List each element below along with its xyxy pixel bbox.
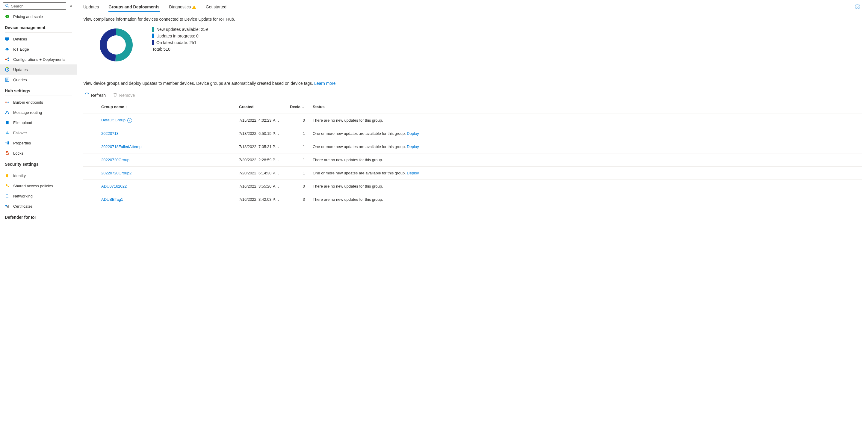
table-row: ADUBBTag17/16/2022, 3:42:03 P…3There are… — [83, 193, 862, 206]
sidebar-item-label: Properties — [13, 141, 31, 145]
table-row: 20220720Group27/20/2022, 6:14:30 P…1One … — [83, 167, 862, 180]
donut-slice — [115, 28, 133, 61]
group-name-link[interactable]: 20220720Group — [101, 157, 129, 162]
sidebar-item-iot-edge[interactable]: IoT Edge — [0, 44, 77, 54]
sidebar-item-label: Configurations + Deployments — [13, 57, 66, 62]
file-upload-icon — [5, 120, 9, 125]
devices-icon — [5, 36, 9, 41]
tab-updates[interactable]: Updates — [83, 2, 99, 12]
info-icon[interactable]: i — [127, 118, 132, 123]
legend-swatch — [152, 34, 154, 38]
cell-devices: 0 — [290, 184, 308, 189]
svg-point-27 — [6, 142, 7, 143]
networking-icon — [5, 194, 9, 198]
svg-point-10 — [8, 60, 9, 61]
group-name-link[interactable]: 20220718FailedAttempt — [101, 144, 143, 149]
sidebar: « $Pricing and scaleDevice managementDev… — [0, 0, 77, 433]
search-input-wrap[interactable] — [3, 2, 66, 9]
compliance-donut-chart — [98, 27, 134, 63]
groups-toolbar: Refresh Remove — [83, 92, 862, 98]
cell-created: 7/20/2022, 6:14:30 P… — [239, 171, 290, 175]
svg-point-9 — [8, 58, 9, 59]
refresh-button[interactable]: Refresh — [85, 92, 106, 98]
sidebar-item-certificates[interactable]: Certificates — [0, 201, 77, 211]
tab-label: Diagnostics — [169, 4, 191, 9]
svg-point-28 — [7, 143, 8, 144]
svg-point-29 — [8, 142, 9, 143]
config-icon — [5, 57, 9, 62]
svg-line-12 — [7, 60, 8, 60]
legend-total-text: Total: 510 — [152, 47, 170, 52]
sidebar-item-label: Message routing — [13, 110, 42, 115]
main-content: UpdatesGroups and DeploymentsDiagnostics… — [77, 0, 868, 433]
donut-slice — [100, 28, 116, 61]
collapse-sidebar-button[interactable]: « — [68, 4, 74, 8]
tab-get-started[interactable]: Get started — [206, 2, 226, 12]
deploy-link[interactable]: Deploy — [407, 171, 419, 175]
sidebar-item-identity[interactable]: Identity — [0, 171, 77, 181]
tab-label: Get started — [206, 4, 226, 9]
group-name-link[interactable]: 20220720Group2 — [101, 171, 131, 175]
sidebar-item-built-in-endpoints[interactable]: Built-in endpoints — [0, 97, 77, 107]
svg-point-20 — [5, 113, 6, 114]
svg-point-34 — [5, 196, 6, 196]
tab-groups-and-deployments[interactable]: Groups and Deployments — [108, 2, 159, 12]
sidebar-item-configurations-deployments[interactable]: Configurations + Deployments — [0, 54, 77, 64]
cell-devices: 3 — [290, 197, 308, 202]
tabs: UpdatesGroups and DeploymentsDiagnostics… — [77, 0, 868, 13]
sidebar-item-failover[interactable]: Failover — [0, 128, 77, 138]
sidebar-item-file-upload[interactable]: File upload — [0, 117, 77, 128]
sidebar-item-label: Built-in endpoints — [13, 100, 43, 105]
sidebar-item-shared-access-policies[interactable]: Shared access policies — [0, 181, 77, 191]
group-name-link[interactable]: ADU07162022 — [101, 184, 127, 189]
sidebar-item-updates[interactable]: Updates — [0, 64, 77, 75]
svg-text:$: $ — [7, 15, 8, 18]
sidebar-item-label: Updates — [13, 67, 28, 72]
learn-more-link[interactable]: Learn more — [314, 81, 336, 86]
compliance-legend: New updates available: 259Updates in pro… — [152, 27, 208, 52]
sidebar-item-properties[interactable]: Properties — [0, 138, 77, 148]
sidebar-item-locks[interactable]: Locks — [0, 148, 77, 158]
col-header-group-name[interactable]: Group name↑ — [101, 105, 239, 109]
col-header-created[interactable]: Created — [239, 105, 290, 109]
sidebar-item-message-routing[interactable]: Message routing — [0, 107, 77, 117]
search-input[interactable] — [11, 4, 64, 8]
svg-rect-32 — [7, 186, 9, 186]
group-name-link[interactable]: 20220718 — [101, 131, 119, 136]
cell-devices: 0 — [290, 118, 308, 122]
sidebar-item-label: File upload — [13, 120, 32, 125]
legend-row: New updates available: 259 — [152, 27, 208, 32]
svg-point-37 — [5, 205, 7, 206]
refresh-label: Refresh — [91, 93, 106, 98]
group-name-link[interactable]: Default Group — [101, 118, 125, 122]
svg-point-23 — [6, 133, 9, 134]
legend-text: New updates available: 259 — [156, 27, 208, 32]
deploy-link[interactable]: Deploy — [407, 131, 419, 136]
sidebar-item-devices[interactable]: Devices — [0, 34, 77, 44]
sidebar-item-label: Pricing and scale — [13, 15, 43, 19]
groups-description: View device groups and deploy updates to… — [83, 81, 862, 86]
sidebar-item-pricing-and-scale[interactable]: $Pricing and scale — [0, 11, 77, 22]
table-row: 20220720Group7/20/2022, 2:28:59 P…1There… — [83, 153, 862, 167]
cell-status: There are no new updates for this group. — [308, 197, 862, 202]
group-name-link[interactable]: ADUBBTag1 — [101, 197, 123, 202]
pricing-icon: $ — [5, 14, 9, 19]
legend-text: Updates in progress: 0 — [156, 34, 198, 38]
shared-access-icon — [5, 183, 9, 188]
tab-diagnostics[interactable]: Diagnostics — [169, 2, 196, 12]
deploy-link[interactable]: Deploy — [407, 144, 419, 149]
sidebar-item-label: Devices — [13, 37, 27, 41]
sidebar-item-networking[interactable]: Networking — [0, 191, 77, 201]
col-header-status[interactable]: Status — [308, 105, 862, 109]
svg-rect-22 — [6, 121, 8, 124]
cell-created: 7/20/2022, 2:28:59 P… — [239, 157, 290, 162]
cell-status: There are no new updates for this group. — [308, 184, 862, 189]
sidebar-item-queries[interactable]: Queries — [0, 75, 77, 85]
settings-gear-icon[interactable] — [855, 4, 862, 10]
svg-rect-4 — [5, 37, 9, 40]
sidebar-item-label: IoT Edge — [13, 47, 29, 52]
table-row: 202207187/18/2022, 6:50:15 P…1One or mor… — [83, 127, 862, 140]
col-header-devices[interactable]: Devic… — [290, 105, 308, 109]
svg-point-8 — [5, 59, 7, 60]
svg-point-35 — [9, 196, 9, 196]
